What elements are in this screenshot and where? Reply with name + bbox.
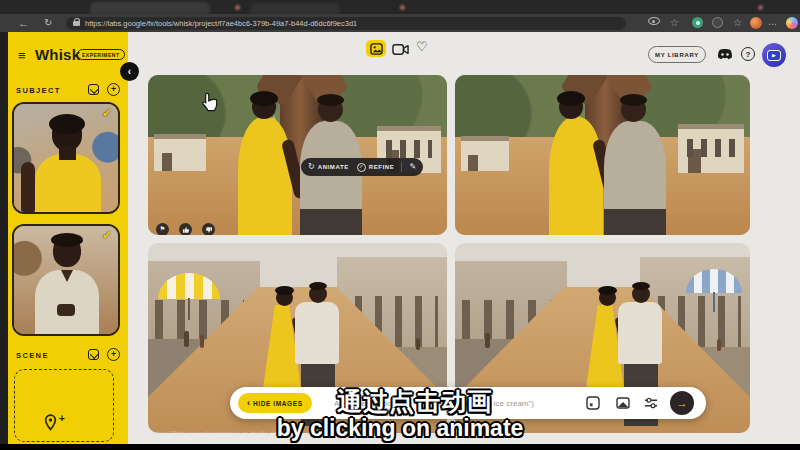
back-icon[interactable]: ←	[18, 18, 29, 29]
tree-scene	[455, 75, 750, 235]
letterbox-bar	[0, 444, 800, 450]
collapse-sidebar-button[interactable]: ‹	[120, 62, 139, 81]
woman-yellow-top	[238, 117, 292, 235]
screenshot-stage: ← ↻ https://labs.google/fx/tools/whisk/p…	[0, 0, 800, 450]
play-logo-icon: ▶	[767, 50, 781, 61]
thumbs-up-button[interactable]	[179, 223, 192, 235]
browser-menu-icon[interactable]: ⋯	[768, 19, 777, 29]
url-text: https://labs.google/fx/tools/whisk/proje…	[85, 19, 357, 28]
profile-avatar[interactable]	[750, 17, 762, 29]
animate-button[interactable]: ANIMATE	[318, 164, 349, 170]
whisk-sidebar: ≡ Whisk EXPERIMENT SUBJECT + ✓ ✓ SCENE +…	[8, 32, 128, 444]
village-house	[678, 129, 744, 173]
add-scene-icon[interactable]: +	[107, 348, 120, 361]
flag-button[interactable]: ⚑	[156, 223, 169, 235]
address-bar[interactable]: https://labs.google/fx/tools/whisk/proje…	[66, 17, 626, 30]
image-mode-button[interactable]	[366, 40, 386, 57]
man-head	[318, 97, 343, 122]
toolbar-divider	[401, 162, 402, 172]
refine-icon: ✓	[357, 163, 366, 172]
thumbs-down-icon	[205, 226, 213, 234]
subject-card-woman[interactable]: ✓	[12, 102, 120, 214]
favorites-icon[interactable]: ☆	[733, 18, 742, 28]
plus-glyph: +	[111, 350, 116, 359]
browser-tab-strip	[0, 0, 800, 14]
figure-head	[53, 236, 81, 267]
woman-yellow-top	[549, 117, 603, 235]
favorites-filter-button[interactable]: ♡	[416, 40, 428, 53]
extension-icon[interactable]	[712, 17, 723, 28]
hand-cursor-icon	[200, 92, 220, 115]
woman-head	[599, 289, 616, 306]
video-mode-button[interactable]	[392, 42, 409, 60]
menu-icon[interactable]: ≡	[18, 49, 26, 62]
woman-head	[276, 289, 293, 306]
discord-icon[interactable]	[716, 48, 734, 61]
lock-icon	[73, 21, 80, 26]
help-button[interactable]: ?	[741, 47, 755, 61]
subtitle-chinese: 通过点击动画	[15, 385, 800, 418]
selected-check-icon: ✓	[102, 106, 112, 120]
thumbs-down-button[interactable]	[202, 223, 215, 235]
animate-icon: ↻	[308, 163, 315, 171]
copilot-icon[interactable]	[786, 17, 798, 29]
subject-thumb-woman	[14, 104, 118, 212]
scene-section-label: SCENE	[16, 351, 49, 360]
generated-image-1[interactable]: ↻ ANIMATE ✓ REFINE ✎ ♡ ⋮ ⚑	[148, 75, 447, 235]
reader-eye-icon[interactable]	[648, 17, 660, 25]
subject-card-man[interactable]: ✓	[12, 224, 120, 336]
account-avatar[interactable]: ▶	[762, 43, 786, 67]
man-head	[309, 285, 327, 303]
village-house	[461, 141, 509, 171]
image-action-toolbar: ↻ ANIMATE ✓ REFINE ✎	[301, 158, 423, 176]
man-head	[621, 97, 646, 122]
man-head	[632, 285, 650, 303]
man-shirt	[295, 302, 339, 364]
clear-subjects-icon[interactable]	[88, 84, 99, 95]
woman-head	[252, 95, 276, 119]
man-shirt	[618, 302, 662, 364]
add-subject-icon[interactable]: +	[107, 83, 120, 96]
village-house	[154, 139, 206, 171]
tab-favicon	[235, 5, 240, 10]
my-library-button[interactable]: MY LIBRARY	[648, 46, 706, 63]
app-title: Whisk	[35, 46, 80, 63]
image-icon	[370, 43, 383, 55]
clear-scene-icon[interactable]	[88, 349, 99, 360]
tab-favicon	[758, 5, 763, 10]
generated-image-2[interactable]	[455, 75, 750, 235]
subject-section-label: SUBJECT	[16, 86, 61, 95]
subject-thumb-man	[14, 226, 118, 334]
extension-icon[interactable]	[692, 17, 703, 28]
experiment-badge: EXPERIMENT	[77, 49, 125, 60]
edit-prompt-icon[interactable]: ✎	[409, 163, 416, 171]
woman-head	[559, 95, 583, 119]
bookmark-star-icon[interactable]: ☆	[670, 18, 679, 28]
browser-tab[interactable]	[250, 3, 340, 14]
tree-scene	[148, 75, 447, 235]
browser-tab[interactable]	[90, 2, 210, 14]
tab-favicon	[400, 5, 405, 10]
thumbs-up-icon	[182, 226, 190, 234]
figure-top	[35, 154, 101, 214]
man-shirt	[604, 121, 666, 235]
selected-check-icon: ✓	[102, 228, 112, 242]
video-camera-icon	[392, 43, 409, 56]
refresh-icon[interactable]: ↻	[44, 18, 52, 28]
man-shirt	[300, 121, 362, 235]
refine-button[interactable]: REFINE	[369, 164, 395, 170]
plus-glyph: +	[111, 85, 116, 94]
figure-shirt	[35, 270, 99, 336]
browser-nav-bar: ← ↻ https://labs.google/fx/tools/whisk/p…	[0, 14, 800, 32]
window-edge	[0, 32, 8, 444]
subtitle-english: by clicking on animate	[0, 415, 800, 442]
